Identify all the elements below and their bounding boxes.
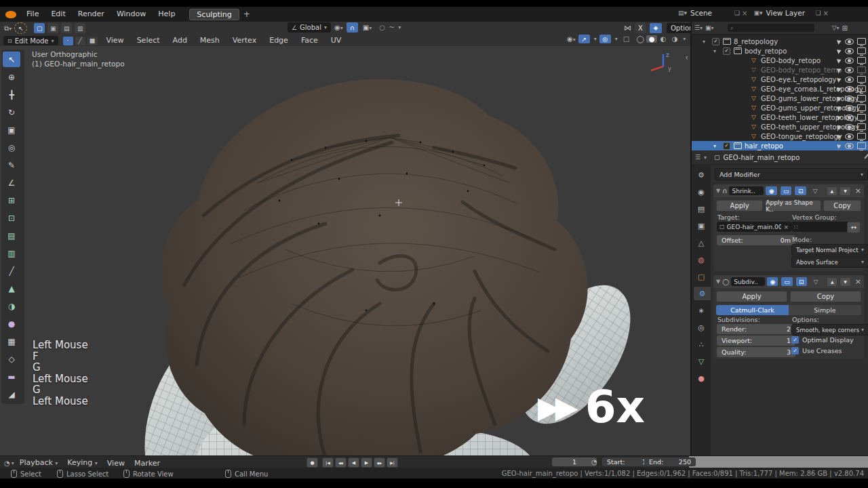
outliner-row-object[interactable]: ▽ GEO-teeth_lower_retopology xyxy=(692,113,868,122)
tool-poly-build[interactable]: ▲ xyxy=(3,281,20,296)
shading-material-button[interactable]: ◐ xyxy=(658,35,669,43)
tool-scale[interactable]: ▣ xyxy=(3,122,20,138)
realtime-toggle-icon[interactable]: ▭ xyxy=(781,277,792,286)
tab-modifiers[interactable]: ⚙ xyxy=(694,287,711,300)
tool-shear[interactable]: ▬ xyxy=(3,369,20,384)
pin-icon[interactable] xyxy=(864,153,868,159)
record-button[interactable]: ● xyxy=(307,458,318,468)
add-workspace-button[interactable]: + xyxy=(243,9,250,19)
hide-icon[interactable] xyxy=(845,77,854,83)
delete-modifier-icon[interactable]: × xyxy=(855,277,861,286)
hide-icon[interactable] xyxy=(845,96,854,102)
mirror-x-toggle[interactable]: X xyxy=(635,22,646,33)
outliner-filter-icon[interactable]: ▽▾ xyxy=(832,24,840,31)
mode-dropdown[interactable]: Target Normal Project▾ xyxy=(791,244,868,256)
tool-measure[interactable]: ∠ xyxy=(3,175,20,190)
select-mode-tweak[interactable]: ▢ xyxy=(34,23,45,33)
mode-dropdown[interactable]: ⊡ Edit Mode▾ xyxy=(3,36,58,45)
play-button[interactable]: ▶ xyxy=(361,458,372,468)
outliner-row-object[interactable]: ▽ GEO-teeth_upper_retopology xyxy=(692,122,868,131)
menu-edge[interactable]: Edge xyxy=(264,35,294,47)
hide-icon[interactable] xyxy=(845,143,854,149)
tool-bevel[interactable]: ▤ xyxy=(3,228,20,243)
hide-icon[interactable] xyxy=(845,39,854,45)
snap-with-icon[interactable]: ▣▾ xyxy=(363,24,372,31)
outliner-row-object[interactable]: ▽ GEO-eye_cornea.L_retopology xyxy=(692,84,868,94)
timeline-frames-strip[interactable] xyxy=(689,456,868,468)
tool-rip-region[interactable]: ◢ xyxy=(3,386,20,402)
cage-toggle-icon[interactable]: ▽ xyxy=(810,186,821,195)
face-select-toggle[interactable]: ■ xyxy=(87,37,98,45)
tool-shrink-fatten[interactable]: ◇ xyxy=(3,351,20,367)
menu-vertex[interactable]: Vertex xyxy=(227,35,262,47)
snap-mode-dropdown[interactable]: Above Surface▾ xyxy=(791,256,868,268)
editor-type-icon[interactable]: ☰ xyxy=(695,154,701,161)
tab-view-layer[interactable]: ▣ xyxy=(694,219,709,232)
editor-clock-icon[interactable]: ◔ xyxy=(4,460,10,467)
tab-particles[interactable]: ∗ xyxy=(694,304,709,317)
tool-annotate[interactable]: ✎ xyxy=(3,157,20,173)
collapse-icon[interactable]: ▼ xyxy=(716,279,720,285)
tool-rotate[interactable]: ↻ xyxy=(3,104,20,120)
disable-icon[interactable] xyxy=(857,133,866,140)
current-frame-field[interactable]: 1 xyxy=(552,458,597,466)
transform-orientation-dropdown[interactable]: ∠ Global▾ xyxy=(288,22,331,33)
apply-as-shapekey-button[interactable]: Apply as Shape K.. xyxy=(765,200,821,211)
delete-modifier-icon[interactable]: × xyxy=(855,186,861,195)
outliner-row-object[interactable]: ▽ GEO-body_retopo xyxy=(692,56,868,65)
hide-icon[interactable] xyxy=(845,105,854,111)
snap-target-icon[interactable]: ◉▾ xyxy=(334,24,343,31)
apply-button[interactable]: Apply xyxy=(716,200,763,211)
selectable-icon[interactable] xyxy=(837,96,842,102)
scene-browse-icon[interactable]: ▤▾ xyxy=(678,9,687,16)
menu-file[interactable]: File xyxy=(20,7,45,22)
jump-to-end-button[interactable]: ▶| xyxy=(387,458,398,468)
selectable-icon[interactable] xyxy=(837,58,842,64)
clear-target-icon[interactable]: × xyxy=(783,224,789,230)
scene-copy-icon[interactable]: ❏ xyxy=(734,9,740,16)
scene-unlink-icon[interactable]: × xyxy=(742,9,747,17)
tool-move[interactable]: ╋ xyxy=(3,87,20,102)
hide-icon[interactable] xyxy=(845,115,854,121)
auto-merge-toggle[interactable]: ◈ xyxy=(650,23,662,33)
invert-vertex-group-button[interactable]: ↔ xyxy=(847,222,861,233)
offset-slider[interactable]: Offset:0m xyxy=(717,235,795,245)
selectable-icon[interactable] xyxy=(837,115,842,121)
tool-smooth[interactable]: ● xyxy=(3,316,20,331)
hide-icon[interactable] xyxy=(845,48,854,54)
outliner-row-object[interactable]: ▽ GEO-eye.L_retopology xyxy=(692,75,868,84)
editmode-toggle-icon[interactable]: ⊡ xyxy=(795,186,806,195)
outliner-row-object[interactable]: ▽ GEO-gums_lower_retopology xyxy=(692,94,868,103)
realtime-toggle-icon[interactable]: ▭ xyxy=(781,186,792,195)
workspace-tab-sculpting[interactable]: Sculpting xyxy=(189,9,239,20)
modifier-name-field[interactable]: Shrink.. xyxy=(729,186,764,195)
tab-tool[interactable]: ⚙ xyxy=(694,168,709,182)
tool-select-box[interactable]: ↖ xyxy=(3,52,20,67)
jump-to-start-button[interactable]: |◀ xyxy=(322,458,334,468)
tool-inset-faces[interactable]: ⊡ xyxy=(3,210,20,226)
tab-output[interactable]: ▤ xyxy=(694,202,709,216)
tab-render[interactable]: ◉ xyxy=(694,185,709,199)
tool-loop-cut[interactable]: ▥ xyxy=(3,245,20,261)
disable-icon[interactable] xyxy=(857,142,866,149)
proportional-editing-toggle[interactable]: ○ xyxy=(379,24,385,31)
selectable-icon[interactable] xyxy=(837,39,842,45)
render-toggle-icon[interactable]: ◉ xyxy=(766,186,777,195)
tool-transform[interactable]: ◎ xyxy=(3,140,20,155)
cage-toggle-icon[interactable]: ▽ xyxy=(810,277,821,286)
hide-icon[interactable] xyxy=(845,134,854,140)
menu-render[interactable]: Render xyxy=(72,7,111,22)
selectable-icon[interactable] xyxy=(837,67,842,73)
outliner-row-object-disabled[interactable]: ▽ GEO-body_retopo_temp xyxy=(692,65,868,75)
simple-button[interactable]: Simple xyxy=(789,305,861,315)
play-reverse-button[interactable]: ◀ xyxy=(348,458,359,468)
disable-icon[interactable] xyxy=(857,47,866,54)
active-tool-icon[interactable]: ↖ xyxy=(14,22,27,34)
stopwatch-icon[interactable]: ◔ xyxy=(591,458,597,466)
scene-selector[interactable]: Scene xyxy=(690,9,732,17)
visibility-dropdown-icon[interactable]: ◉▾ xyxy=(567,35,576,43)
outliner-row-collection[interactable]: ▾ ✓ body_retopo xyxy=(692,46,868,56)
hide-icon[interactable] xyxy=(845,86,854,92)
menu-add[interactable]: Add xyxy=(167,35,193,47)
view-layer-icon[interactable]: ▣▾ xyxy=(754,9,763,16)
